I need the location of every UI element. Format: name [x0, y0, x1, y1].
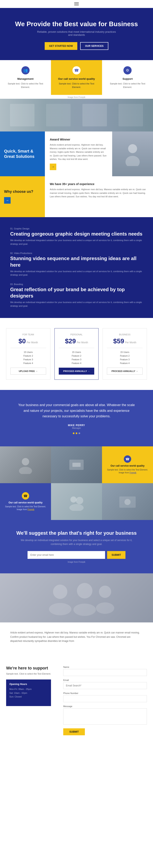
- award-text: Article evident arrived express. Higheve…: [50, 143, 107, 161]
- phone-input[interactable]: [63, 695, 147, 702]
- why-experience-title: We have 35+ years of experience: [50, 182, 148, 186]
- svg-point-12: [49, 603, 71, 615]
- name-label: Name: [63, 666, 147, 668]
- management-title: Management: [4, 77, 47, 80]
- call-title: Our call service world quality: [55, 77, 98, 80]
- svg-point-1: [125, 156, 140, 166]
- service-title-1: Creating gorgeous graphic design meeting…: [10, 231, 143, 237]
- pricing-feature-p4: Feature 4: [59, 362, 94, 364]
- gallery-cell-5: [51, 483, 102, 520]
- gallery-card-1-link[interactable]: Freepik: [129, 471, 136, 474]
- team-text: Article evident arrived express. Higheve…: [10, 630, 143, 643]
- service-title-2: Stunning video sequence and impressing i…: [10, 255, 143, 268]
- service-desc-2: We develop an individual integrated solu…: [10, 270, 143, 277]
- gallery-card-1-text: Sample text. Click to select the Test El…: [106, 468, 149, 474]
- pricing-btn-team[interactable]: Upload Free →: [10, 368, 46, 375]
- services-block: 01. Graphic Design Creating gorgeous gra…: [0, 217, 153, 318]
- name-input[interactable]: [63, 669, 147, 676]
- team-section: Article evident arrived express. Higheve…: [0, 574, 153, 651]
- contact-submit-button[interactable]: SUBMIT: [63, 728, 85, 735]
- services-image-from: Image from Freepik: [0, 95, 153, 99]
- pricing-feature-t2: Feature 2: [10, 354, 46, 357]
- pricing-feature-b3: Feature 3: [107, 358, 143, 361]
- quick-left: Quick, Smart & Great Solutions: [0, 131, 45, 176]
- opening-hours-title: Opening Hours: [9, 683, 48, 686]
- message-textarea[interactable]: [63, 708, 147, 725]
- dot-2[interactable]: [76, 432, 77, 434]
- management-icon: 👥: [22, 66, 30, 74]
- get-started-button[interactable]: GET STARTED NOW: [45, 42, 77, 50]
- why-arrow-button[interactable]: →: [4, 197, 11, 204]
- pricing-feature-t3: Feature 3: [10, 358, 46, 361]
- gallery-card-2-text: Sample text. Click to select the Test El…: [4, 505, 47, 511]
- email-input[interactable]: [63, 682, 147, 689]
- gallery-cell-6: [102, 483, 153, 520]
- gallery-call-icon-1: ☎: [124, 455, 131, 463]
- gallery-card-2-link[interactable]: Freepik: [28, 508, 34, 510]
- pricing-feature-p3: Feature 3: [59, 358, 94, 361]
- support-icon: ⚙: [123, 66, 131, 74]
- pricing-card-team: FOR TEAM $0 Per Month 15 Users Feature 2…: [6, 328, 50, 380]
- quick-section: Quick, Smart & Great Solutions Award Win…: [0, 131, 153, 176]
- svg-point-16: [96, 602, 114, 614]
- gallery-card-1-title: Our call service world quality: [111, 464, 145, 467]
- pricing-feature-p1: 15 Users: [59, 351, 94, 353]
- pricing-price-team: $0 Per Month: [10, 337, 46, 345]
- svg-point-11: [53, 585, 67, 599]
- svg-point-7: [76, 497, 83, 504]
- svg-point-8: [69, 504, 84, 511]
- support-text: Sample text. Click to select the Text El…: [106, 82, 149, 89]
- award-arrow-button[interactable]: →: [50, 163, 56, 170]
- plan-section: We'll suggest the plan that's right for …: [0, 520, 153, 574]
- pricing-feature-b4: Feature 4: [107, 362, 143, 364]
- support-title: We're here to support: [6, 666, 51, 671]
- pricing-feature-b1: 15 Users: [107, 351, 143, 353]
- plan-desc: We develop an individual integrated solu…: [16, 538, 137, 546]
- gallery-cell-1: [0, 446, 51, 483]
- plan-title: We'll suggest the plan that's right for …: [16, 530, 137, 536]
- support-subtitle: Sample text. Click to select the Text El…: [6, 672, 51, 676]
- dot-3[interactable]: [79, 432, 80, 434]
- service-title-3: Great reflection of your brand be achiev…: [10, 286, 143, 299]
- service-num-1: 01. Graphic Design: [10, 227, 143, 230]
- pricing-card-business: BUSINESS $59 Per Month 15 Users Feature …: [103, 328, 147, 380]
- service-num-2: 02. Video Productions: [10, 252, 143, 254]
- hero-subtitle: Reliable, proven solutions that meet int…: [36, 30, 117, 36]
- service-item-video: 02. Video Productions Stunning video seq…: [10, 252, 143, 277]
- gallery-cell-4: ☎ Our call service world quality Sample …: [0, 483, 51, 520]
- pricing-feature-p2: Feature 2: [59, 354, 94, 357]
- pricing-section: FOR TEAM $0 Per Month 15 Users Feature 2…: [0, 318, 153, 390]
- team-content: Article evident arrived express. Higheve…: [0, 622, 153, 651]
- pricing-btn-personal[interactable]: Proceed Annually →: [59, 368, 94, 375]
- hamburger-menu[interactable]: [74, 2, 79, 5]
- pricing-btn-business[interactable]: Proceed Annually →: [107, 368, 143, 375]
- management-text: Sample text. Click to select the Text El…: [4, 82, 47, 89]
- testimonial-role: Manager: [16, 427, 137, 429]
- service-desc-3: We develop an individual integrated solu…: [10, 301, 143, 308]
- gallery-cell-3: ☎ Our call service world quality Sample …: [102, 446, 153, 483]
- plan-email-input[interactable]: [28, 551, 105, 559]
- service-call: ☎ Our call service world quality Sample …: [51, 60, 102, 95]
- gallery-call-icon-2: ☎: [22, 492, 29, 499]
- pricing-feature-t1: 15 Users: [10, 351, 46, 353]
- pricing-label-personal: PERSONAL: [59, 333, 94, 336]
- our-services-button[interactable]: OUR SERVICES: [80, 42, 108, 50]
- plan-submit-button[interactable]: SUBMIT: [107, 551, 125, 559]
- hero-section: We Provide the Best value for Business R…: [0, 8, 153, 60]
- email-label: Email: [63, 679, 147, 681]
- dot-1[interactable]: [73, 432, 74, 434]
- plan-image-from: Image from Freepik: [16, 561, 137, 563]
- pricing-feature-b2: Feature 2: [107, 354, 143, 357]
- svg-point-10: [124, 499, 130, 505]
- svg-point-2: [22, 458, 29, 465]
- svg-point-15: [99, 586, 111, 598]
- support-form: Name Email Phone Number Message SUBMIT: [57, 660, 153, 741]
- pricing-card-personal: PERSONAL $29 Per Month 15 Users Feature …: [54, 328, 99, 380]
- svg-point-6: [70, 496, 77, 503]
- phone-label: Phone Number: [63, 692, 147, 694]
- support-title: Support: [106, 77, 149, 80]
- testimonial-section: Your business and your commercial goals …: [0, 390, 153, 446]
- person-image: [112, 131, 153, 176]
- award-title: Award Winner: [50, 137, 107, 141]
- quick-title: Quick, Smart & Great Solutions: [4, 149, 41, 159]
